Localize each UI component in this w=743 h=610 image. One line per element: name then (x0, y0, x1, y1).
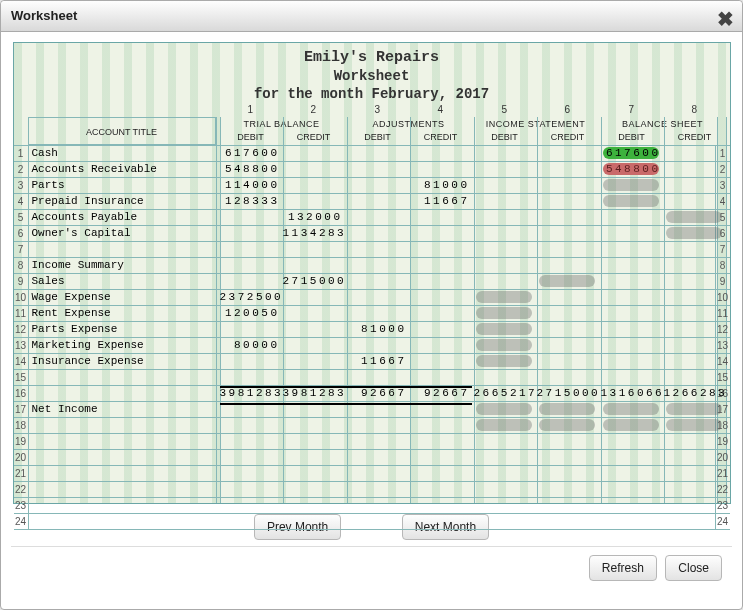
table-row: 77 (14, 241, 730, 257)
col-num: 7 (629, 103, 635, 116)
row-number-left: 17 (14, 402, 29, 417)
table-row: 1818 (14, 417, 730, 433)
highlight-pill[interactable] (603, 179, 659, 191)
highlight-pill[interactable] (603, 403, 659, 415)
section-header: INCOME STATEMENT (474, 117, 598, 131)
row-number-right: 20 (715, 450, 730, 465)
row-number-left: 9 (14, 274, 29, 289)
table-row: 99Sales2715000 (14, 273, 730, 289)
account-name: Income Summary (32, 258, 216, 273)
highlight-pill[interactable] (539, 275, 595, 287)
highlight-pill[interactable] (603, 195, 659, 207)
amount-cell: 548800 (601, 162, 661, 177)
row-number-right: 4 (715, 194, 730, 209)
table-row: 1919 (14, 433, 730, 449)
highlight-pill[interactable] (476, 291, 532, 303)
highlight-pill[interactable] (666, 227, 722, 239)
row-number-left: 14 (14, 354, 29, 369)
amount-cell: 120050 (220, 306, 280, 321)
amount-cell: 2715000 (283, 274, 343, 289)
debit-header: DEBIT (474, 131, 536, 144)
highlight-pill[interactable] (476, 307, 532, 319)
table-row: 22Accounts Receivable548800548800 (14, 161, 730, 177)
amount-cell: 128333 (220, 194, 280, 209)
highlight-pill[interactable] (666, 419, 722, 431)
close-button[interactable]: Close (665, 555, 722, 581)
dialog-titlebar: Worksheet ✖ (1, 1, 742, 32)
amount-cell: 81000 (347, 322, 407, 337)
column-numbers: 12345678 (14, 103, 730, 116)
highlight-pill[interactable] (476, 419, 532, 431)
col-num: 2 (311, 103, 317, 116)
table-row: 1616398128339812839266792667266521727150… (14, 385, 730, 401)
company-name: Emily's Repairs (14, 49, 730, 67)
table-row: 11Cash617600617600 (14, 145, 730, 161)
action-footer: Refresh Close (11, 546, 732, 589)
account-name: Sales (32, 274, 216, 289)
highlight-pill[interactable] (476, 323, 532, 335)
table-row: 1515 (14, 369, 730, 385)
row-number-left: 5 (14, 210, 29, 225)
row-number-right: 22 (715, 482, 730, 497)
amount-cell: 3981283 (220, 386, 280, 401)
row-number-right: 11 (715, 306, 730, 321)
highlight-pill[interactable] (476, 339, 532, 351)
account-name: Cash (32, 146, 216, 161)
amount-cell: 132000 (283, 210, 343, 225)
row-number-left: 8 (14, 258, 29, 273)
highlight-pill[interactable] (539, 403, 595, 415)
account-name: Net Income (32, 402, 216, 417)
debit-header: DEBIT (220, 131, 282, 144)
row-number-left: 6 (14, 226, 29, 241)
close-icon[interactable]: ✖ (717, 4, 734, 34)
refresh-button[interactable]: Refresh (589, 555, 657, 581)
amount-cell: 80000 (220, 338, 280, 353)
dialog-content: Emily's Repairs Worksheet for the month … (1, 32, 742, 593)
table-row: 2222 (14, 481, 730, 497)
amount-cell: 92667 (410, 386, 470, 401)
highlight-pill[interactable] (666, 403, 722, 415)
col-num: 3 (375, 103, 381, 116)
table-row: 88Income Summary (14, 257, 730, 273)
row-number-left: 4 (14, 194, 29, 209)
account-name: Accounts Receivable (32, 162, 216, 177)
row-number-right: 9 (715, 274, 730, 289)
amount-cell: 11667 (347, 354, 407, 369)
row-number-right: 10 (715, 290, 730, 305)
amount-cell: 114000 (220, 178, 280, 193)
row-number-right: 8 (715, 258, 730, 273)
row-number-left: 19 (14, 434, 29, 449)
account-name: Parts Expense (32, 322, 216, 337)
table-row: 2020 (14, 449, 730, 465)
col-num: 1 (248, 103, 254, 116)
highlight-pill[interactable] (666, 211, 722, 223)
table-row: 2323 (14, 497, 730, 513)
amount-cell: 81000 (410, 178, 470, 193)
highlight-pill[interactable] (476, 403, 532, 415)
account-name: Insurance Expense (32, 354, 216, 369)
highlight-pill[interactable] (476, 355, 532, 367)
row-number-left: 16 (14, 386, 29, 401)
account-name: Wage Expense (32, 290, 216, 305)
highlight-pill[interactable] (603, 419, 659, 431)
amount-cell: 3981283 (283, 386, 343, 401)
row-number-left: 22 (14, 482, 29, 497)
row-number-left: 13 (14, 338, 29, 353)
section-header: TRIAL BALANCE (220, 117, 344, 131)
col-num: 4 (438, 103, 444, 116)
worksheet-label: Worksheet (14, 67, 730, 85)
table-row: 1010Wage Expense2372500 (14, 289, 730, 305)
amount-cell: 2665217 (474, 386, 534, 401)
row-number-left: 21 (14, 466, 29, 481)
row-number-left: 2 (14, 162, 29, 177)
row-number-left: 1 (14, 146, 29, 161)
section-header: BALANCE SHEET (601, 117, 725, 131)
table-row: 66Owner's Capital1134283 (14, 225, 730, 241)
row-number-left: 11 (14, 306, 29, 321)
highlight-pill[interactable] (539, 419, 595, 431)
account-name: Parts (32, 178, 216, 193)
row-number-right: 13 (715, 338, 730, 353)
table-row: 44Prepaid Insurance12833311667 (14, 193, 730, 209)
account-name: Marketing Expense (32, 338, 216, 353)
row-number-right: 3 (715, 178, 730, 193)
